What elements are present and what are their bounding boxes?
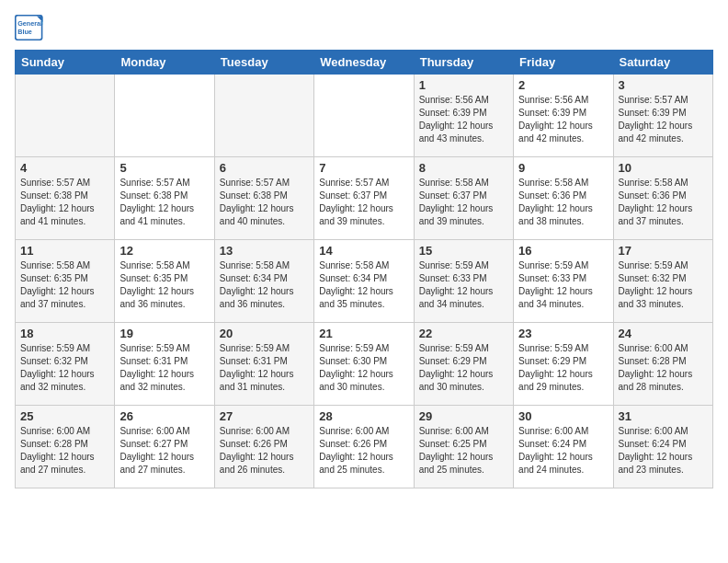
- day-number: 2: [518, 78, 608, 92]
- day-cell-30: 30Sunrise: 6:00 AM Sunset: 6:24 PM Dayli…: [514, 406, 613, 488]
- day-info: Sunrise: 5:58 AM Sunset: 6:35 PM Dayligh…: [20, 259, 109, 311]
- day-cell-18: 18Sunrise: 5:59 AM Sunset: 6:32 PM Dayli…: [16, 323, 115, 406]
- logo-icon: General Blue: [15, 15, 44, 40]
- day-info: Sunrise: 5:57 AM Sunset: 6:39 PM Dayligh…: [619, 94, 708, 145]
- empty-cell: [16, 75, 115, 157]
- day-cell-21: 21Sunrise: 5:59 AM Sunset: 6:30 PM Dayli…: [314, 323, 414, 406]
- day-cell-7: 7Sunrise: 5:57 AM Sunset: 6:37 PM Daylig…: [314, 157, 414, 240]
- weekday-header-friday: Friday: [514, 51, 613, 75]
- svg-text:General: General: [17, 19, 42, 28]
- empty-cell: [214, 75, 313, 157]
- day-number: 26: [119, 409, 209, 423]
- day-number: 6: [220, 161, 309, 175]
- svg-text:Blue: Blue: [17, 28, 32, 36]
- weekday-header-monday: Monday: [115, 51, 214, 75]
- day-cell-2: 2Sunrise: 5:56 AM Sunset: 6:39 PM Daylig…: [514, 75, 613, 157]
- day-cell-25: 25Sunrise: 6:00 AM Sunset: 6:28 PM Dayli…: [16, 406, 115, 488]
- calendar-header: General Blue: [15, 15, 713, 40]
- day-cell-24: 24Sunrise: 6:00 AM Sunset: 6:28 PM Dayli…: [613, 323, 712, 406]
- day-info: Sunrise: 6:00 AM Sunset: 6:28 PM Dayligh…: [619, 342, 708, 394]
- weekday-header-wednesday: Wednesday: [314, 51, 414, 75]
- day-number: 13: [220, 244, 309, 258]
- day-cell-17: 17Sunrise: 5:59 AM Sunset: 6:32 PM Dayli…: [613, 240, 712, 323]
- day-info: Sunrise: 5:59 AM Sunset: 6:33 PM Dayligh…: [518, 259, 608, 311]
- day-cell-27: 27Sunrise: 6:00 AM Sunset: 6:26 PM Dayli…: [214, 406, 313, 488]
- day-cell-31: 31Sunrise: 6:00 AM Sunset: 6:24 PM Dayli…: [613, 406, 712, 488]
- day-number: 20: [220, 327, 309, 340]
- day-number: 28: [319, 409, 408, 423]
- week-row-5: 25Sunrise: 6:00 AM Sunset: 6:28 PM Dayli…: [16, 406, 713, 488]
- day-number: 24: [619, 327, 708, 340]
- day-number: 1: [419, 78, 508, 92]
- day-number: 21: [319, 327, 408, 340]
- day-info: Sunrise: 5:57 AM Sunset: 6:38 PM Dayligh…: [220, 177, 309, 228]
- day-info: Sunrise: 5:59 AM Sunset: 6:33 PM Dayligh…: [419, 259, 508, 311]
- day-cell-13: 13Sunrise: 5:58 AM Sunset: 6:34 PM Dayli…: [214, 240, 313, 323]
- day-info: Sunrise: 5:56 AM Sunset: 6:39 PM Dayligh…: [419, 94, 508, 145]
- day-number: 29: [419, 409, 508, 423]
- day-number: 25: [20, 409, 109, 423]
- day-cell-4: 4Sunrise: 5:57 AM Sunset: 6:38 PM Daylig…: [16, 157, 115, 240]
- day-info: Sunrise: 5:59 AM Sunset: 6:32 PM Dayligh…: [619, 259, 708, 311]
- day-info: Sunrise: 5:59 AM Sunset: 6:31 PM Dayligh…: [220, 342, 309, 394]
- day-cell-10: 10Sunrise: 5:58 AM Sunset: 6:36 PM Dayli…: [613, 157, 712, 240]
- day-info: Sunrise: 6:00 AM Sunset: 6:24 PM Dayligh…: [518, 425, 608, 477]
- day-info: Sunrise: 5:59 AM Sunset: 6:29 PM Dayligh…: [518, 342, 608, 394]
- day-info: Sunrise: 5:59 AM Sunset: 6:31 PM Dayligh…: [119, 342, 209, 394]
- day-info: Sunrise: 5:58 AM Sunset: 6:36 PM Dayligh…: [619, 177, 708, 228]
- day-cell-14: 14Sunrise: 5:58 AM Sunset: 6:34 PM Dayli…: [314, 240, 414, 323]
- day-info: Sunrise: 6:00 AM Sunset: 6:26 PM Dayligh…: [220, 425, 309, 477]
- day-cell-20: 20Sunrise: 5:59 AM Sunset: 6:31 PM Dayli…: [214, 323, 313, 406]
- empty-cell: [115, 75, 214, 157]
- day-number: 23: [518, 327, 608, 340]
- calendar-table: SundayMondayTuesdayWednesdayThursdayFrid…: [15, 50, 713, 488]
- day-number: 7: [319, 161, 408, 175]
- day-cell-3: 3Sunrise: 5:57 AM Sunset: 6:39 PM Daylig…: [613, 75, 712, 157]
- day-info: Sunrise: 5:58 AM Sunset: 6:34 PM Dayligh…: [220, 259, 309, 311]
- day-cell-26: 26Sunrise: 6:00 AM Sunset: 6:27 PM Dayli…: [115, 406, 214, 488]
- day-info: Sunrise: 5:59 AM Sunset: 6:29 PM Dayligh…: [419, 342, 508, 394]
- day-number: 18: [20, 327, 109, 340]
- empty-cell: [314, 75, 414, 157]
- weekday-header-tuesday: Tuesday: [214, 51, 313, 75]
- day-info: Sunrise: 5:59 AM Sunset: 6:30 PM Dayligh…: [319, 342, 408, 394]
- day-number: 30: [518, 409, 608, 423]
- week-row-4: 18Sunrise: 5:59 AM Sunset: 6:32 PM Dayli…: [16, 323, 713, 406]
- day-number: 3: [619, 78, 708, 92]
- day-info: Sunrise: 5:56 AM Sunset: 6:39 PM Dayligh…: [518, 94, 608, 145]
- weekday-header-thursday: Thursday: [414, 51, 513, 75]
- day-info: Sunrise: 5:58 AM Sunset: 6:36 PM Dayligh…: [518, 177, 608, 228]
- day-number: 12: [119, 244, 209, 258]
- weekday-header-sunday: Sunday: [16, 51, 115, 75]
- day-info: Sunrise: 5:57 AM Sunset: 6:38 PM Dayligh…: [20, 177, 109, 228]
- day-cell-15: 15Sunrise: 5:59 AM Sunset: 6:33 PM Dayli…: [414, 240, 513, 323]
- week-row-2: 4Sunrise: 5:57 AM Sunset: 6:38 PM Daylig…: [16, 157, 713, 240]
- day-number: 31: [619, 409, 708, 423]
- day-info: Sunrise: 6:00 AM Sunset: 6:24 PM Dayligh…: [619, 425, 708, 477]
- day-number: 22: [419, 327, 508, 340]
- day-cell-9: 9Sunrise: 5:58 AM Sunset: 6:36 PM Daylig…: [514, 157, 613, 240]
- week-row-3: 11Sunrise: 5:58 AM Sunset: 6:35 PM Dayli…: [16, 240, 713, 323]
- day-number: 27: [220, 409, 309, 423]
- day-info: Sunrise: 5:57 AM Sunset: 6:37 PM Dayligh…: [319, 177, 408, 228]
- day-info: Sunrise: 6:00 AM Sunset: 6:27 PM Dayligh…: [119, 425, 209, 477]
- day-cell-22: 22Sunrise: 5:59 AM Sunset: 6:29 PM Dayli…: [414, 323, 513, 406]
- day-cell-16: 16Sunrise: 5:59 AM Sunset: 6:33 PM Dayli…: [514, 240, 613, 323]
- day-info: Sunrise: 5:58 AM Sunset: 6:34 PM Dayligh…: [319, 259, 408, 311]
- day-cell-8: 8Sunrise: 5:58 AM Sunset: 6:37 PM Daylig…: [414, 157, 513, 240]
- day-info: Sunrise: 5:58 AM Sunset: 6:35 PM Dayligh…: [119, 259, 209, 311]
- day-number: 4: [20, 161, 109, 175]
- day-cell-23: 23Sunrise: 5:59 AM Sunset: 6:29 PM Dayli…: [514, 323, 613, 406]
- weekday-header-saturday: Saturday: [613, 51, 712, 75]
- day-cell-28: 28Sunrise: 6:00 AM Sunset: 6:26 PM Dayli…: [314, 406, 414, 488]
- day-cell-11: 11Sunrise: 5:58 AM Sunset: 6:35 PM Dayli…: [16, 240, 115, 323]
- day-number: 9: [518, 161, 608, 175]
- day-info: Sunrise: 6:00 AM Sunset: 6:28 PM Dayligh…: [20, 425, 109, 477]
- day-number: 14: [319, 244, 408, 258]
- day-info: Sunrise: 6:00 AM Sunset: 6:25 PM Dayligh…: [419, 425, 508, 477]
- day-cell-19: 19Sunrise: 5:59 AM Sunset: 6:31 PM Dayli…: [115, 323, 214, 406]
- day-cell-1: 1Sunrise: 5:56 AM Sunset: 6:39 PM Daylig…: [414, 75, 513, 157]
- logo: General Blue: [15, 15, 48, 40]
- day-number: 10: [619, 161, 708, 175]
- day-number: 17: [619, 244, 708, 258]
